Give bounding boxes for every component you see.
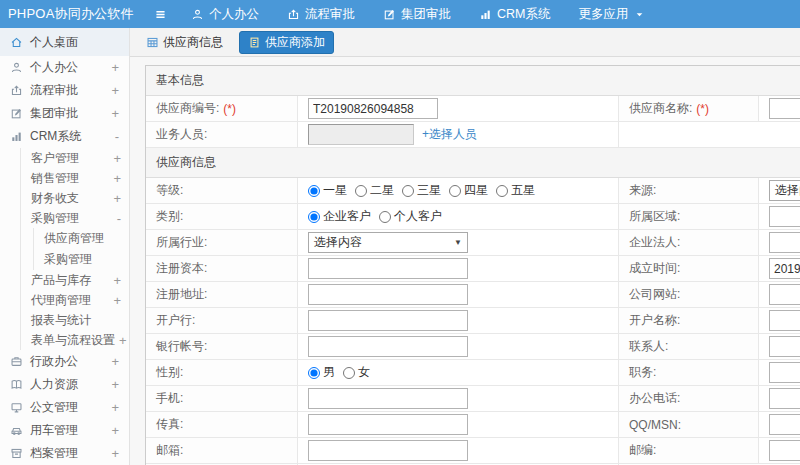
gender-radio-option-1[interactable]: 男 [308, 364, 335, 381]
source-select[interactable]: 选择内容▼ [769, 180, 800, 201]
level-radio-input-4[interactable] [449, 185, 461, 197]
required-marker: (*) [696, 102, 709, 116]
position-input[interactable] [769, 362, 800, 383]
sidebar-item-7[interactable]: 人力资源+ [0, 373, 129, 396]
zip-code-input[interactable] [769, 440, 800, 461]
sidebar-item-5-4-2[interactable]: 采购管理 [34, 249, 129, 270]
tab-1[interactable]: 供应商信息 [138, 31, 231, 54]
sidebar-item-5-8[interactable]: 表单与流程设置+ [21, 330, 129, 350]
zip-code-label: 邮编: [618, 438, 758, 463]
category-radio-input-1[interactable] [308, 211, 320, 223]
mobile-input[interactable] [308, 388, 468, 409]
level-radio-input-2[interactable] [355, 185, 367, 197]
sidebar-item-label: 客户管理 [31, 150, 79, 167]
sidebar-item-5-3[interactable]: 财务收支+ [21, 188, 129, 208]
gender-radio-option-2[interactable]: 女 [343, 364, 370, 381]
sidebar-item-3[interactable]: 流程审批+ [0, 79, 129, 102]
field-label-text: 性别: [156, 364, 183, 381]
account-name-field-cell [758, 308, 800, 333]
category-radio-option-1[interactable]: 企业客户 [308, 208, 371, 225]
tab-2[interactable]: 供应商添加 [239, 31, 334, 54]
supplier-name-input[interactable] [769, 98, 800, 119]
topnav-item-5[interactable]: 更多应用 [578, 6, 646, 23]
topnav-item-2[interactable]: 流程审批 [287, 6, 355, 23]
supplier-code-input[interactable] [308, 98, 438, 119]
topnav-item-3[interactable]: 集团审批 [383, 6, 451, 23]
caret-down-icon [633, 8, 646, 21]
upload-icon [10, 84, 23, 97]
level-radio-input-3[interactable] [402, 185, 414, 197]
mobile-label: 手机: [146, 386, 297, 411]
sidebar-item-4[interactable]: 集团审批+ [0, 102, 129, 125]
field-label-text: QQ/MSN: [629, 418, 681, 432]
registered-address-input[interactable] [308, 284, 468, 305]
contact-input[interactable] [769, 336, 800, 357]
sidebar-item-1[interactable]: 个人桌面 [0, 28, 129, 56]
office-phone-field-cell [758, 386, 800, 411]
gender-radio-input-2[interactable] [343, 367, 355, 379]
industry-select[interactable]: 选择内容▼ [308, 232, 468, 253]
email-input[interactable] [308, 440, 468, 461]
sidebar-item-5[interactable]: CRM系统- [0, 125, 129, 148]
category-radio-option-2[interactable]: 个人客户 [379, 208, 442, 225]
field-label-text: 联系人: [629, 338, 668, 355]
gender-radio-input-1[interactable] [308, 367, 320, 379]
supplier-code-label: 供应商编号:(*) [146, 96, 297, 121]
email-field-cell [297, 438, 618, 463]
qq-msn-input[interactable] [769, 414, 800, 435]
form-row: 邮箱:邮编: [146, 438, 800, 464]
sidebar-item-2[interactable]: 个人办公+ [0, 56, 129, 79]
level-radio-option-5[interactable]: 五星 [496, 182, 535, 199]
field-label-text: 来源: [629, 182, 656, 199]
form-row: 所属行业:选择内容▼企业法人: [146, 230, 800, 256]
office-phone-input[interactable] [769, 388, 800, 409]
company-website-input[interactable] [769, 284, 800, 305]
contact-label: 联系人: [618, 334, 758, 359]
business-staff-input[interactable] [308, 124, 414, 145]
sidebar-item-5-2[interactable]: 销售管理+ [21, 168, 129, 188]
founded-time-input[interactable] [769, 258, 800, 279]
bank-account-input[interactable] [308, 336, 468, 357]
sidebar-item-5-6[interactable]: 代理商管理+ [21, 290, 129, 310]
category-radio-input-2[interactable] [379, 211, 391, 223]
email-label: 邮箱: [146, 438, 297, 463]
account-name-input[interactable] [769, 310, 800, 331]
level-radio-option-2[interactable]: 二星 [355, 182, 394, 199]
sidebar-item-5-5[interactable]: 产品与库存+ [21, 270, 129, 290]
form-row: 银行帐号:联系人: [146, 334, 800, 360]
founded-time-field-cell [758, 256, 800, 281]
level-radio-input-1[interactable] [308, 185, 320, 197]
sidebar-toggle-button[interactable] [154, 8, 167, 21]
sidebar-item-label: 采购管理 [44, 251, 92, 268]
topnav-item-4[interactable]: CRM系统 [479, 6, 550, 23]
sidebar-item-label: CRM系统 [30, 128, 81, 145]
company-website-field-cell [758, 282, 800, 307]
sidebar-item-6[interactable]: 行政办公+ [0, 350, 129, 373]
region-input[interactable] [769, 206, 800, 227]
level-radio-option-3[interactable]: 三星 [402, 182, 441, 199]
topnav-item-label: 个人办公 [209, 6, 259, 23]
sidebar-item-8[interactable]: 公文管理+ [0, 396, 129, 419]
sidebar-item-5-4[interactable]: 采购管理- [21, 208, 129, 228]
registered-capital-input[interactable] [308, 258, 468, 279]
chart-icon [479, 8, 492, 21]
upload-icon [287, 8, 300, 21]
sidebar-item-5-1[interactable]: 客户管理+ [21, 148, 129, 168]
bank-input[interactable] [308, 310, 468, 331]
sidebar-item-10[interactable]: 档案管理+ [0, 442, 129, 465]
select-person-link[interactable]: +选择人员 [422, 126, 477, 143]
level-radio-option-4[interactable]: 四星 [449, 182, 488, 199]
field-label-text: 所属区域: [629, 208, 680, 225]
home-icon [10, 36, 23, 49]
sidebar-item-9[interactable]: 用车管理+ [0, 419, 129, 442]
caret-down-icon: ▼ [454, 238, 462, 247]
expand-plus-icon: + [109, 191, 121, 206]
fax-input[interactable] [308, 414, 468, 435]
field-label-text: 注册地址: [156, 286, 207, 303]
legal-person-input[interactable] [769, 232, 800, 253]
level-radio-input-5[interactable] [496, 185, 508, 197]
sidebar-item-5-4-1[interactable]: 供应商管理 [34, 228, 129, 249]
sidebar-item-5-7[interactable]: 报表与统计 [21, 310, 129, 330]
topnav-item-1[interactable]: 个人办公 [191, 6, 259, 23]
level-radio-option-1[interactable]: 一星 [308, 182, 347, 199]
